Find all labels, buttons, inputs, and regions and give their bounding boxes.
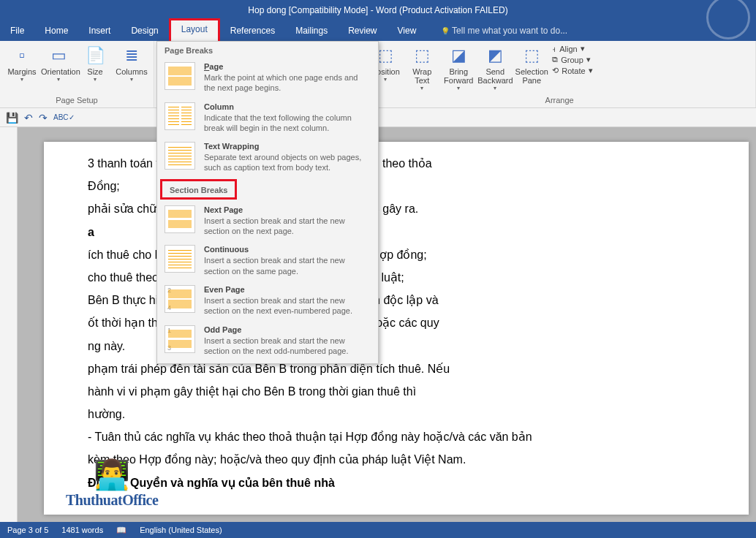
group-icon: ⧉ [552, 55, 558, 64]
para[interactable]: - Tuân thủ các nghĩa vụ khác theo thoả t… [88, 427, 731, 447]
section-breaks-header: Section Breaks [160, 179, 237, 200]
send-backward-button[interactable]: ◩Send Backward▾ [477, 44, 513, 91]
next-page-icon [165, 205, 195, 233]
group-arrange: ⬚Position▾ ⬚Wrap Text▾ ◪Bring Forward▾ ◩… [363, 41, 756, 107]
page-setup-label: Page Setup [4, 94, 149, 106]
status-words[interactable]: 1481 words [61, 526, 103, 534]
heading-para[interactable]: Điều 8. Quyền và nghĩa vụ của bên thuê n… [88, 473, 731, 493]
align-icon: ⫞ [552, 45, 556, 53]
orientation-button[interactable]: ▭Orientation▾ [41, 44, 76, 83]
status-page[interactable]: Page 3 of 5 [7, 526, 48, 534]
break-column[interactable]: ColumnIndicate that the text following t… [157, 98, 378, 138]
tab-references[interactable]: References [220, 20, 285, 41]
title-bar: Hop dong [Compatibility Mode] - Word (Pr… [0, 0, 756, 20]
bring-forward-button[interactable]: ◪Bring Forward▾ [441, 44, 476, 91]
group-page-setup: ▫Margins▾ ▭Orientation▾ 📄Size▾ ≣Columns▾… [0, 41, 154, 107]
watermark-text: ThuthuatOffice [66, 492, 158, 509]
tab-design[interactable]: Design [121, 20, 168, 41]
para[interactable]: kèm theo Hợp đồng này; hoặc/và theo quy … [88, 450, 731, 469]
break-page[interactable]: PPageageMark the point at which one page… [157, 58, 378, 98]
watermark: 👨‍💻 ThuthuatOffice [66, 458, 158, 509]
wrap-text-button[interactable]: ⬚Wrap Text▾ [404, 44, 439, 91]
page-breaks-header: Page Breaks [157, 42, 378, 58]
arrange-label: Arrange [368, 94, 751, 106]
align-button[interactable]: ⫞Align ▾ [552, 44, 592, 53]
page-break-icon [165, 62, 195, 90]
window-title: Hop dong [Compatibility Mode] - Word (Pr… [248, 5, 507, 15]
column-break-icon [165, 102, 195, 130]
rotate-icon: ⟲ [552, 66, 559, 75]
tab-home[interactable]: Home [34, 20, 78, 41]
watermark-icon: 👨‍💻 [66, 458, 158, 492]
even-page-icon: 24 [165, 285, 195, 313]
break-continuous[interactable]: ContinuousInsert a section break and sta… [157, 240, 378, 281]
tab-view[interactable]: View [388, 20, 427, 41]
tab-review[interactable]: Review [338, 20, 387, 41]
selection-pane-button[interactable]: ⬚Selection Pane [514, 44, 549, 91]
breaks-dropdown: Page Breaks PPageageMark the point at wh… [156, 41, 379, 364]
wrap-break-icon [165, 142, 195, 170]
spellcheck-icon[interactable]: ABC✓ [53, 113, 75, 121]
save-icon[interactable]: 💾 [6, 112, 18, 124]
columns-button[interactable]: ≣Columns▾ [114, 44, 149, 83]
tab-mailings[interactable]: Mailings [285, 20, 338, 41]
tell-me-search[interactable]: Tell me what you want to do... [431, 20, 578, 41]
tab-file[interactable]: File [0, 20, 34, 41]
tab-layout[interactable]: Layout [169, 18, 220, 41]
odd-page-icon: 13 [165, 325, 195, 353]
para[interactable]: hường. [88, 404, 731, 424]
group-button[interactable]: ⧉Group ▾ [552, 55, 592, 64]
status-language[interactable]: English (United States) [140, 526, 222, 534]
status-proofing-icon[interactable]: 📖 [116, 526, 126, 535]
break-next-page[interactable]: Next PageInsert a section break and star… [157, 201, 378, 241]
redo-icon[interactable]: ↷ [39, 112, 48, 124]
size-button[interactable]: 📄Size▾ [78, 44, 113, 83]
break-text-wrapping[interactable]: Text WrappingSeparate text around object… [157, 137, 378, 178]
vertical-ruler[interactable] [0, 127, 18, 522]
menu-bar: File Home Insert Design Layout Reference… [0, 20, 756, 41]
para[interactable]: hành vi vi phạm gây thiệt hại cho Bên B … [88, 382, 731, 401]
break-even-page[interactable]: 24 Even PageInsert a section break and s… [157, 281, 378, 321]
margins-button[interactable]: ▫Margins▾ [4, 44, 39, 83]
break-odd-page[interactable]: 13 Odd PageInsert a section break and st… [157, 321, 378, 361]
continuous-icon [165, 245, 195, 273]
tab-insert[interactable]: Insert [78, 20, 121, 41]
rotate-button[interactable]: ⟲Rotate ▾ [552, 66, 592, 75]
undo-icon[interactable]: ↶ [24, 112, 33, 124]
status-bar: Page 3 of 5 1481 words 📖 English (United… [0, 522, 756, 538]
